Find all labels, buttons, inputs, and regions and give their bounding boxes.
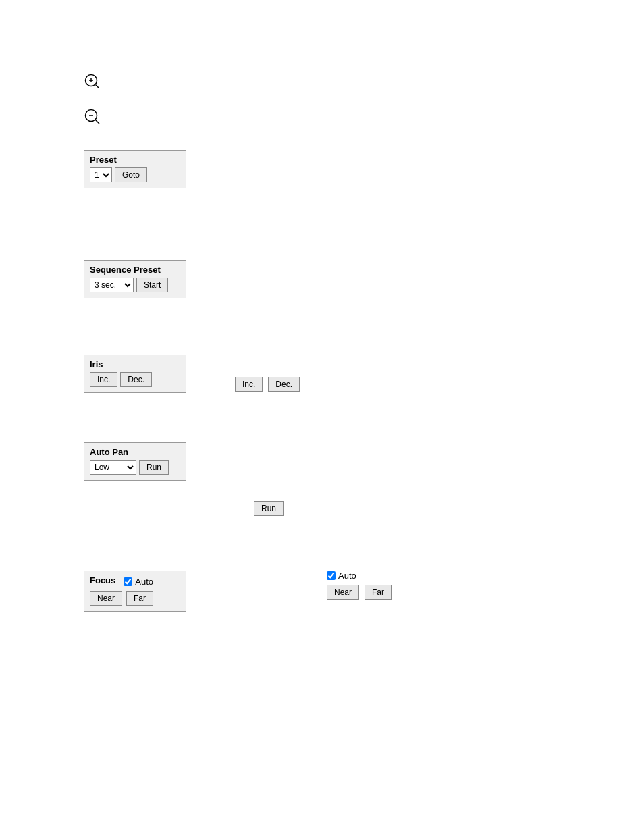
- iris-extra-panel: Inc. Dec.: [235, 377, 300, 392]
- iris-inc-button[interactable]: Inc.: [90, 372, 117, 387]
- focus-extra-far-button[interactable]: Far: [365, 585, 392, 600]
- preset-select[interactable]: 1 2 3 4 5: [90, 167, 112, 182]
- preset-panel: Preset 1 2 3 4 5 Goto: [84, 150, 186, 188]
- iris-dec-button[interactable]: Dec.: [120, 372, 152, 387]
- focus-extra-panel: Auto Near Far: [327, 571, 392, 600]
- focus-extra-auto-checkbox[interactable]: [327, 571, 336, 580]
- iris-extra-dec-button[interactable]: Dec.: [268, 377, 300, 392]
- focus-panel: Focus Auto Near Far: [84, 571, 186, 612]
- iris-title: Iris: [90, 359, 180, 369]
- zoom-out-icon: [84, 108, 101, 126]
- focus-far-button[interactable]: Far: [126, 591, 153, 606]
- focus-extra-near-button[interactable]: Near: [327, 585, 359, 600]
- auto-pan-panel: Auto Pan Low Medium High Run: [84, 442, 186, 481]
- focus-extra-auto-label: Auto: [338, 571, 356, 581]
- sequence-preset-panel: Sequence Preset 1 sec. 2 sec. 3 sec. 5 s…: [84, 260, 186, 298]
- focus-auto-checkbox[interactable]: [124, 577, 132, 586]
- iris-panel: Iris Inc. Dec.: [84, 355, 186, 393]
- preset-title: Preset: [90, 155, 180, 165]
- sequence-preset-select[interactable]: 1 sec. 2 sec. 3 sec. 5 sec. 10 sec.: [90, 278, 134, 292]
- sequence-preset-title: Sequence Preset: [90, 265, 180, 275]
- svg-line-6: [96, 120, 100, 124]
- auto-pan-run-button[interactable]: Run: [139, 460, 169, 475]
- focus-title: Focus: [90, 575, 115, 585]
- preset-goto-button[interactable]: Goto: [115, 167, 147, 182]
- auto-pan-select[interactable]: Low Medium High: [90, 460, 136, 475]
- zoom-out-button[interactable]: [84, 108, 101, 128]
- auto-pan-extra-run-button[interactable]: Run: [254, 501, 284, 516]
- focus-near-button[interactable]: Near: [90, 591, 122, 606]
- zoom-in-icon: [84, 73, 101, 90]
- focus-auto-label: Auto: [135, 577, 153, 587]
- page-container: Preset 1 2 3 4 5 Goto Sequence Preset 1 …: [0, 0, 644, 834]
- auto-pan-title: Auto Pan: [90, 447, 180, 457]
- auto-pan-extra-panel: Run: [254, 501, 284, 516]
- sequence-preset-start-button[interactable]: Start: [136, 278, 168, 292]
- iris-extra-inc-button[interactable]: Inc.: [235, 377, 263, 392]
- zoom-in-button[interactable]: [84, 73, 101, 93]
- svg-line-3: [96, 85, 100, 89]
